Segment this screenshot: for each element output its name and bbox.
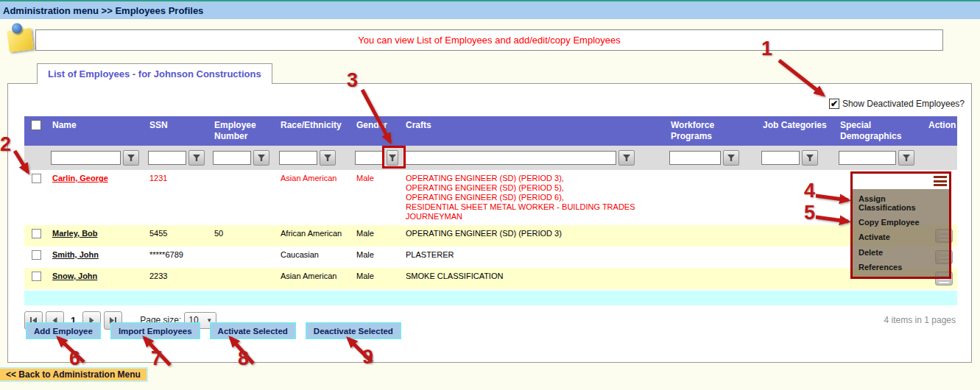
filter-input[interactable] bbox=[404, 151, 616, 165]
menu-item-copy-employee[interactable]: Copy Employee bbox=[853, 218, 949, 227]
filter-button[interactable] bbox=[188, 150, 205, 166]
table-header-row: NameSSNEmployee NumberRace/EthnicityGend… bbox=[24, 116, 957, 146]
column-header-gender[interactable]: Gender bbox=[352, 116, 401, 146]
row-checkbox[interactable] bbox=[32, 229, 41, 238]
menu-item-references[interactable]: References bbox=[853, 263, 949, 272]
filter-button[interactable] bbox=[123, 150, 139, 166]
column-header-race-ethnicity[interactable]: Race/Ethnicity bbox=[276, 116, 352, 146]
funnel-icon bbox=[902, 154, 911, 162]
filter-button[interactable] bbox=[723, 150, 739, 166]
race-cell: Asian American bbox=[276, 170, 352, 225]
employee-name-link[interactable]: Marley, Bob bbox=[52, 229, 98, 238]
main-panel: ✔ Show Deactivated Employees? NameSSNEmp… bbox=[7, 83, 972, 363]
filter-cell bbox=[210, 150, 276, 166]
filter-input[interactable] bbox=[51, 151, 121, 165]
filter-row bbox=[24, 146, 957, 170]
back-to-admin-link[interactable]: << Back to Administration Menu bbox=[0, 367, 148, 382]
note-icon bbox=[7, 28, 33, 52]
row-checkbox[interactable] bbox=[32, 250, 41, 260]
employee-name-link[interactable]: Smith, John bbox=[52, 250, 99, 259]
workforce-programs-cell bbox=[666, 247, 758, 268]
tab-title: List of Employees - for Johnson Construc… bbox=[48, 68, 261, 79]
filter-cell bbox=[666, 150, 758, 166]
column-header-name[interactable]: Name bbox=[48, 116, 145, 146]
table-row: Carlin, George1231Asian AmericanMaleOPER… bbox=[24, 170, 957, 225]
info-message-bar: You can view List of Employees and add/e… bbox=[35, 29, 943, 51]
employee-name-link[interactable]: Snow, John bbox=[52, 272, 97, 280]
filter-input[interactable] bbox=[761, 151, 800, 165]
show-deactivated-label: Show Deactivated Employees? bbox=[842, 99, 965, 109]
filter-cell bbox=[48, 150, 145, 166]
info-message-text: You can view List of Employees and add/e… bbox=[358, 35, 621, 46]
filter-button[interactable] bbox=[898, 150, 914, 166]
filter-input[interactable] bbox=[213, 151, 251, 165]
activate-selected-button[interactable]: Activate Selected bbox=[210, 322, 296, 339]
ssn-cell: 5455 bbox=[145, 225, 210, 247]
row-checkbox[interactable] bbox=[32, 272, 41, 281]
highlight-box-gender-filter bbox=[382, 146, 406, 169]
gender-cell: Male bbox=[352, 247, 401, 268]
tab-list-of-employees[interactable]: List of Employees - for Johnson Construc… bbox=[37, 63, 272, 84]
column-header-workforce-programs[interactable]: Workforce Programs bbox=[666, 116, 758, 146]
select-all-cell bbox=[24, 116, 48, 146]
filter-input[interactable] bbox=[279, 151, 317, 165]
workforce-programs-cell bbox=[666, 268, 758, 289]
filter-input[interactable] bbox=[669, 151, 721, 165]
ssn-cell: *****6789 bbox=[145, 247, 210, 268]
filter-button[interactable] bbox=[802, 150, 818, 166]
filter-cell bbox=[836, 150, 924, 166]
table-footer-strip bbox=[24, 291, 957, 305]
filter-input[interactable] bbox=[148, 151, 186, 165]
filter-cell bbox=[276, 150, 352, 166]
breadcrumb-text: Administration menu >> Employees Profile… bbox=[3, 5, 203, 16]
table-row: Smith, John*****6789CaucasianMalePLASTER… bbox=[24, 247, 957, 268]
funnel-icon bbox=[323, 154, 332, 162]
column-header-employee-number[interactable]: Employee Number bbox=[210, 116, 276, 146]
employee-number-cell bbox=[210, 247, 276, 268]
filter-input[interactable] bbox=[839, 151, 896, 165]
deactivate-selected-button[interactable]: Deactivate Selected bbox=[306, 322, 401, 339]
column-header-special-demographics[interactable]: Special Demographics bbox=[836, 116, 924, 146]
filter-cell bbox=[401, 150, 666, 166]
column-header-crafts[interactable]: Crafts bbox=[401, 116, 666, 146]
items-summary: 4 items in 1 pages bbox=[884, 315, 956, 325]
row-checkbox[interactable] bbox=[32, 174, 41, 183]
menu-item-delete[interactable]: Delete bbox=[853, 248, 949, 257]
filter-button[interactable] bbox=[320, 150, 336, 166]
column-header-ssn[interactable]: SSN bbox=[145, 116, 210, 146]
column-header-action[interactable]: Action bbox=[924, 116, 957, 146]
employee-name-link[interactable]: Carlin, George bbox=[52, 174, 108, 182]
row-action-menu-items: Assign ClassificationsCopy EmployeeActiv… bbox=[853, 189, 949, 277]
add-employee-button[interactable]: Add Employee bbox=[26, 322, 101, 339]
job-categories-cell bbox=[758, 247, 836, 268]
funnel-icon bbox=[192, 154, 201, 162]
funnel-icon bbox=[622, 154, 631, 162]
crafts-cell: SMOKE CLASSIFICATION bbox=[401, 268, 666, 289]
filter-input[interactable] bbox=[355, 151, 384, 165]
funnel-icon bbox=[805, 154, 814, 162]
show-deactivated-toggle[interactable]: ✔ Show Deactivated Employees? bbox=[829, 99, 965, 109]
gender-cell: Male bbox=[352, 170, 401, 225]
column-header-job-categories[interactable]: Job Categories bbox=[758, 116, 836, 146]
table-row: Snow, John2233Asian AmericanMaleSMOKE CL… bbox=[24, 268, 957, 289]
checkbox-checked-icon[interactable]: ✔ bbox=[829, 99, 839, 109]
pin-icon bbox=[11, 23, 23, 35]
import-employees-button[interactable]: Import Employees bbox=[110, 322, 200, 339]
select-all-checkbox[interactable] bbox=[31, 120, 41, 130]
filter-button[interactable] bbox=[253, 150, 269, 166]
job-categories-cell bbox=[758, 170, 836, 225]
crafts-cell: OPERATING ENGINEER (SD) (PERIOD 3), OPER… bbox=[401, 170, 666, 225]
race-cell: Caucasian bbox=[276, 247, 352, 268]
filter-cell bbox=[145, 150, 210, 166]
menu-item-assign-classifications[interactable]: Assign Classifications bbox=[853, 194, 949, 212]
workforce-programs-cell bbox=[666, 225, 758, 247]
employee-number-cell bbox=[210, 268, 276, 289]
filter-button[interactable] bbox=[618, 150, 635, 166]
funnel-icon bbox=[127, 154, 135, 162]
menu-item-activate[interactable]: Activate bbox=[853, 233, 949, 241]
hamburger-menu-icon[interactable] bbox=[934, 176, 947, 186]
filter-cell bbox=[758, 150, 836, 166]
crafts-cell: OPERATING ENGINEER (SD) (PERIOD 3) bbox=[401, 225, 666, 247]
breadcrumb: Administration menu >> Employees Profile… bbox=[0, 0, 980, 19]
ssn-cell: 1231 bbox=[145, 170, 210, 225]
